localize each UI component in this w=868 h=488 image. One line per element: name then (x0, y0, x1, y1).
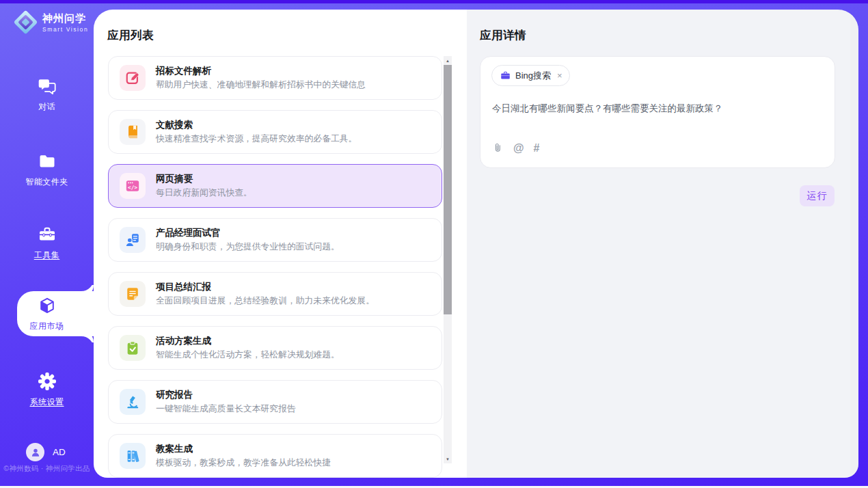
book-icon (120, 119, 146, 145)
app-card-title: 招标文件解析 (156, 65, 366, 77)
app-card[interactable]: 文献搜索快速精准查找学术资源，提高研究效率的必备工具。 (108, 110, 442, 154)
sidebar-item-label: 智能文件夹 (0, 176, 94, 188)
hash-icon[interactable]: # (534, 143, 540, 154)
app-card-description: 明确身份和职责，为您提供专业性的面试问题。 (156, 241, 340, 253)
tool-chip-label: Bing搜索 (515, 70, 551, 82)
sidebar-item-chat[interactable]: 对话 (0, 77, 94, 113)
app-card-description: 帮助用户快速、准确地理解和解析招标书中的关键信息 (156, 79, 366, 91)
app-card-description: 每日政府新闻资讯快查。 (156, 187, 252, 199)
folder-icon (38, 152, 56, 170)
app-card-title: 网页摘要 (156, 173, 252, 185)
app-card-title: 项目总结汇报 (156, 281, 375, 293)
user-chip[interactable]: AD (26, 443, 66, 461)
app-card[interactable]: 项目总结汇报全面回顾项目进展，总结经验教训，助力未来优化发展。 (108, 272, 442, 316)
prompt-input[interactable]: 今日湖北有哪些新闻要点？有哪些需要关注的最新政策？ (492, 102, 821, 116)
app-card-description: 全面回顾项目进展，总结经验教训，助力未来优化发展。 (156, 295, 375, 307)
app-detail-title: 应用详情 (480, 28, 526, 43)
run-button[interactable]: 运行 (800, 185, 835, 206)
sidebar-item-label: 应用市场 (0, 321, 94, 332)
books-icon (120, 443, 146, 469)
note-icon (120, 281, 146, 307)
tool-chip[interactable]: Bing搜索 × (491, 65, 570, 86)
brand-name: 神州问学 (42, 12, 88, 25)
app-card-title: 文献搜索 (156, 119, 357, 131)
app-card-title: 活动方案生成 (156, 335, 340, 347)
app-card-list: 招标文件解析帮助用户快速、准确地理解和解析招标书中的关键信息文献搜索快速精准查找… (108, 56, 442, 478)
app-list-scrollbar[interactable]: ▲ ▼ (444, 56, 452, 463)
app-card[interactable]: 教案生成模板驱动，教案秒成，教学准备从此轻松快捷 (108, 434, 442, 478)
app-card-title: 产品经理面试官 (156, 227, 340, 239)
app-list-title: 应用列表 (107, 28, 154, 43)
prompt-toolbar: @# (492, 142, 540, 154)
app-card[interactable]: 活动方案生成智能生成个性化活动方案，轻松解决规划难题。 (108, 326, 442, 370)
diamond-logo-icon (13, 10, 38, 35)
sidebar-item-label: 系统设置 (0, 396, 94, 408)
main-content: 应用列表 招标文件解析帮助用户快速、准确地理解和解析招标书中的关键信息文献搜索快… (94, 10, 858, 478)
svg-text:</>: </> (128, 185, 137, 191)
sidebar-item-toolbox[interactable]: 工具集 (0, 226, 94, 261)
briefcase-icon (500, 70, 511, 81)
app-detail-panel: 应用详情 Bing搜索 × 今日湖北有哪些新闻要点？有哪些需要关注的最新政策？ … (467, 10, 858, 478)
brand-subtitle: Smart Vision (42, 26, 88, 33)
app-card-title: 教案生成 (156, 443, 331, 455)
chip-close-icon[interactable]: × (557, 70, 562, 81)
app-card-title: 研究报告 (156, 389, 296, 401)
app-list-panel: 应用列表 招标文件解析帮助用户快速、准确地理解和解析招标书中的关键信息文献搜索快… (94, 10, 467, 478)
toolbox-icon (38, 226, 56, 243)
sidebar-item-label: 对话 (0, 101, 94, 113)
sidebar-item-cube[interactable]: 应用市场 (0, 297, 94, 332)
scroll-down-arrow-icon[interactable]: ▼ (444, 455, 452, 463)
scroll-up-arrow-icon[interactable]: ▲ (444, 56, 452, 65)
mention-icon[interactable]: @ (513, 143, 524, 154)
app-card[interactable]: 招标文件解析帮助用户快速、准确地理解和解析招标书中的关键信息 (108, 56, 442, 100)
sidebar-item-gear[interactable]: 系统设置 (0, 372, 94, 408)
gear-icon (38, 372, 56, 390)
clipboard-check-icon (120, 335, 146, 361)
app-card-description: 模板驱动，教案秒成，教学准备从此轻松快捷 (156, 457, 331, 469)
app-card[interactable]: </>网页摘要每日政府新闻资讯快查。 (108, 164, 442, 208)
copyright-text: ©神州数码 · 神州问学出品 (0, 464, 94, 474)
chat-icon (38, 77, 56, 95)
paperclip-icon[interactable] (492, 142, 504, 154)
user-avatar-icon (26, 443, 44, 461)
browser-code-icon: </> (120, 173, 146, 199)
app-card-description: 快速精准查找学术资源，提高研究效率的必备工具。 (156, 133, 357, 145)
app-card-description: 一键智能生成高质量长文本研究报告 (156, 403, 296, 415)
interviewer-icon (120, 227, 146, 253)
app-window: 神州问学 Smart Vision 对话智能文件夹工具集应用市场系统设置 AD … (0, 0, 868, 486)
user-initials: AD (53, 447, 66, 457)
edit-square-icon (120, 65, 146, 91)
sidebar: 神州问学 Smart Vision 对话智能文件夹工具集应用市场系统设置 AD … (0, 0, 94, 486)
scrollbar-thumb[interactable] (444, 65, 452, 314)
app-card-description: 智能生成个性化活动方案，轻松解决规划难题。 (156, 349, 340, 361)
cube-icon (38, 297, 56, 314)
brand: 神州问学 Smart Vision (13, 10, 88, 35)
prompt-card: Bing搜索 × 今日湖北有哪些新闻要点？有哪些需要关注的最新政策？ @# (480, 56, 835, 168)
window-top-strip (0, 0, 868, 3)
app-card[interactable]: 产品经理面试官明确身份和职责，为您提供专业性的面试问题。 (108, 218, 442, 262)
sidebar-item-folder[interactable]: 智能文件夹 (0, 152, 94, 188)
app-card[interactable]: 研究报告一键智能生成高质量长文本研究报告 (108, 380, 442, 424)
sidebar-item-label: 工具集 (0, 249, 94, 261)
detail-scrollbar-track (850, 10, 858, 478)
microscope-icon (120, 389, 146, 415)
